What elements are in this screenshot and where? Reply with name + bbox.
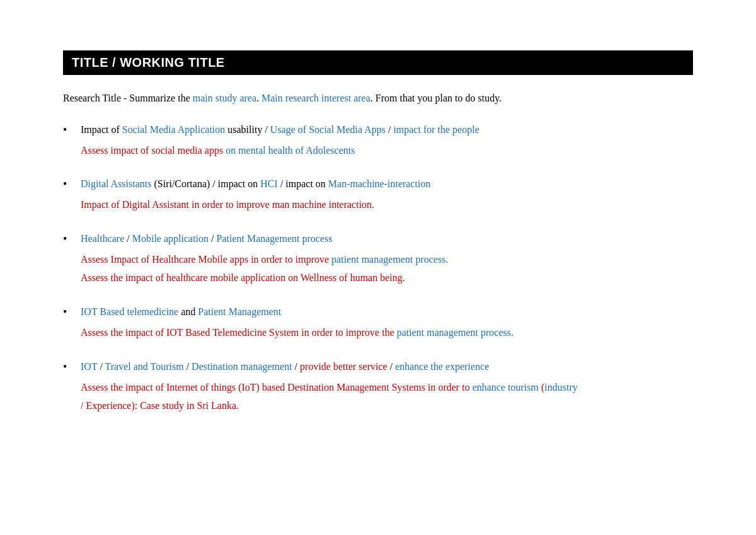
intro-sep1: . [256, 93, 261, 103]
bullet-item-5: • IOT / Travel and Tourism / Destination… [63, 359, 693, 414]
bullet-line-4: • IOT Based telemedicine and Patient Man… [63, 304, 693, 321]
bullet-item-3: • Healthcare / Mobile application / Pati… [63, 231, 693, 286]
bullet-dot-4: • [63, 304, 76, 321]
bullet-3-text: Healthcare / Mobile application / Patien… [81, 231, 332, 247]
bullet-line-1: • Impact of Social Media Application usa… [63, 122, 693, 139]
bullet-5-text: IOT / Travel and Tourism / Destination m… [81, 359, 489, 375]
bullet-dot-3: • [63, 231, 76, 248]
bullet-4-text: IOT Based telemedicine and Patient Manag… [81, 304, 281, 320]
bullet-item-1: • Impact of Social Media Application usa… [63, 122, 693, 159]
page-container: TITLE / WORKING TITLE Research Title - S… [0, 0, 756, 469]
bullet-4-sub-1: Assess the impact of IOT Based Telemedic… [63, 325, 693, 341]
intro-main-study: main study area [193, 93, 256, 103]
bullet-1-sub-1: Assess impact of social media apps on me… [63, 142, 693, 159]
intro-paragraph: Research Title - Summarize the main stud… [63, 90, 693, 106]
bullet-3-sub-2: Assess the impact of healthcare mobile a… [63, 270, 693, 286]
bullet-1-text: Impact of Social Media Application usabi… [81, 122, 479, 138]
bullet-dot-5: • [63, 359, 76, 376]
bullet-5-sub-2: / Experience): Case study in Sri Lanka. [63, 398, 693, 414]
bullet-2-text: Digital Assistants (Siri/Cortana) / impa… [81, 176, 430, 192]
bullet-item-4: • IOT Based telemedicine and Patient Man… [63, 304, 693, 341]
bullet-5-sub-1: Assess the impact of Internet of things … [63, 379, 693, 396]
page-title: TITLE / WORKING TITLE [72, 55, 684, 70]
intro-main-interest: Main research interest area [261, 93, 370, 103]
bullet-line-5: • IOT / Travel and Tourism / Destination… [63, 359, 693, 376]
bullet-3-sub-1: Assess Impact of Healthcare Mobile apps … [63, 251, 693, 268]
bullet-line-2: • Digital Assistants (Siri/Cortana) / im… [63, 176, 693, 193]
bullet-line-3: • Healthcare / Mobile application / Pati… [63, 231, 693, 248]
intro-prefix: Research Title - Summarize the [63, 93, 193, 103]
bullet-dot-2: • [63, 176, 76, 193]
bullet-list: • Impact of Social Media Application usa… [63, 122, 693, 414]
title-bar: TITLE / WORKING TITLE [63, 50, 693, 75]
bullet-dot-1: • [63, 122, 76, 139]
intro-suffix: . From that you plan to do study. [370, 93, 501, 103]
bullet-2-sub-1: Impact of Digital Assistant in order to … [63, 197, 693, 213]
bullet-item-2: • Digital Assistants (Siri/Cortana) / im… [63, 176, 693, 213]
